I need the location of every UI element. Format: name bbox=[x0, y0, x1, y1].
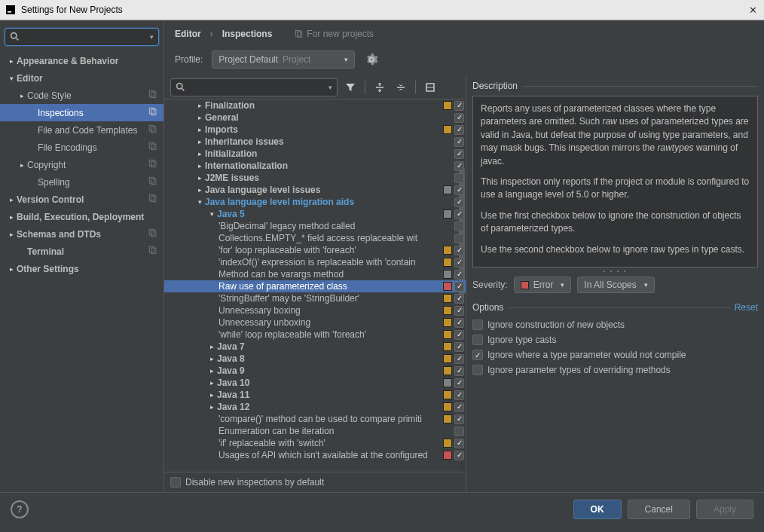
inspection-row[interactable]: Java 11✓ bbox=[164, 389, 466, 401]
sidebar-search-input[interactable]: ▾ bbox=[5, 28, 159, 46]
inspection-row[interactable]: General✓ bbox=[164, 112, 466, 124]
sidebar-item-code-style[interactable]: Code Style bbox=[0, 87, 163, 104]
disable-new-inspections-checkbox[interactable] bbox=[170, 477, 181, 488]
inspection-row[interactable]: 'for' loop replaceable with 'foreach'✓ bbox=[164, 244, 466, 256]
inspection-checkbox[interactable] bbox=[454, 173, 464, 183]
inspection-checkbox[interactable]: ✓ bbox=[454, 294, 464, 304]
inspection-checkbox[interactable]: ✓ bbox=[454, 125, 464, 135]
inspection-label: 'for' loop replaceable with 'foreach' bbox=[219, 245, 466, 255]
inspection-row[interactable]: Collections.EMPTY_* field access replace… bbox=[164, 232, 466, 244]
inspection-row[interactable]: Initialization✓ bbox=[164, 148, 466, 160]
inspection-checkbox[interactable]: ✓ bbox=[454, 354, 464, 364]
inspection-checkbox[interactable]: ✓ bbox=[454, 378, 464, 388]
inspection-row[interactable]: Java 7✓ bbox=[164, 341, 466, 353]
inspection-row[interactable]: Java 12✓ bbox=[164, 401, 466, 413]
inspection-row[interactable]: 'indexOf()' expression is replaceable wi… bbox=[164, 256, 466, 268]
inspection-checkbox[interactable] bbox=[454, 234, 464, 243]
inspection-checkbox[interactable]: ✓ bbox=[454, 113, 464, 123]
chevron-right-icon bbox=[206, 367, 217, 375]
inspection-row[interactable]: Java 9✓ bbox=[164, 365, 466, 377]
help-button[interactable]: ? bbox=[11, 500, 29, 518]
option-checkbox[interactable] bbox=[472, 335, 483, 345]
inspection-row[interactable]: Unnecessary unboxing✓ bbox=[164, 316, 466, 329]
scope-select[interactable]: In All Scopes ▾ bbox=[577, 277, 654, 293]
inspection-checkbox[interactable]: ✓ bbox=[454, 282, 464, 292]
inspection-checkbox[interactable]: ✓ bbox=[454, 402, 464, 412]
inspection-checkbox[interactable]: ✓ bbox=[454, 197, 464, 207]
inspection-checkbox[interactable]: ✓ bbox=[454, 185, 464, 195]
splitter-handle[interactable]: • • • • bbox=[472, 268, 758, 274]
inspection-row[interactable]: Imports✓ bbox=[164, 124, 466, 136]
option-checkbox[interactable] bbox=[472, 365, 483, 375]
inspection-search-input[interactable]: ▾ bbox=[170, 78, 338, 96]
reset-link[interactable]: Reset bbox=[735, 302, 758, 313]
ok-button[interactable]: OK bbox=[573, 500, 622, 519]
inspection-checkbox[interactable]: ✓ bbox=[454, 306, 464, 316]
inspection-checkbox[interactable]: ✓ bbox=[454, 318, 464, 328]
inspection-checkbox[interactable]: ✓ bbox=[454, 439, 464, 448]
inspection-checkbox[interactable]: ✓ bbox=[454, 366, 464, 376]
sidebar-item-inspections[interactable]: Inspections bbox=[0, 104, 163, 121]
inspection-row[interactable]: 'StringBuffer' may be 'StringBuilder'✓ bbox=[164, 292, 466, 304]
inspection-checkbox[interactable]: ✓ bbox=[454, 246, 464, 255]
inspection-row[interactable]: Inheritance issues✓ bbox=[164, 136, 466, 148]
sidebar-item-terminal[interactable]: Terminal bbox=[0, 243, 163, 260]
inspection-row[interactable]: Java 10✓ bbox=[164, 377, 466, 389]
inspection-checkbox[interactable]: ✓ bbox=[454, 342, 464, 352]
inspection-row[interactable]: Unnecessary boxing✓ bbox=[164, 304, 466, 316]
sidebar-item-file-and-code-templates[interactable]: File and Code Templates bbox=[0, 121, 163, 139]
sidebar-item-editor[interactable]: Editor bbox=[0, 69, 163, 87]
inspection-row[interactable]: 'while' loop replaceable with 'foreach'✓ bbox=[164, 329, 466, 341]
profile-select[interactable]: Project Default Project ▾ bbox=[212, 50, 355, 69]
inspection-row[interactable]: Usages of API which isn't available at t… bbox=[164, 449, 466, 461]
sidebar-item-other-settings[interactable]: Other Settings bbox=[0, 260, 163, 277]
inspection-checkbox[interactable]: ✓ bbox=[454, 330, 464, 340]
sidebar-item-copyright[interactable]: Copyright bbox=[0, 156, 163, 173]
inspection-row[interactable]: Raw use of parameterized class✓ bbox=[164, 280, 466, 292]
inspection-checkbox[interactable] bbox=[454, 427, 464, 436]
sidebar-item-file-encodings[interactable]: File Encodings bbox=[0, 139, 163, 156]
svg-line-3 bbox=[16, 38, 18, 40]
inspection-checkbox[interactable]: ✓ bbox=[454, 414, 464, 424]
expand-all-icon[interactable] bbox=[371, 79, 388, 96]
gear-icon[interactable] bbox=[364, 52, 379, 67]
inspection-row[interactable]: Java language level migration aids✓ bbox=[164, 196, 466, 208]
inspection-row[interactable]: Java language level issues✓ bbox=[164, 184, 466, 196]
inspection-checkbox[interactable]: ✓ bbox=[454, 161, 464, 171]
inspection-checkbox[interactable]: ✓ bbox=[454, 270, 464, 280]
inspection-checkbox[interactable]: ✓ bbox=[454, 390, 464, 400]
sidebar-item-version-control[interactable]: Version Control bbox=[0, 191, 163, 208]
inspection-row[interactable]: Internationalization✓ bbox=[164, 160, 466, 172]
inspection-row[interactable]: 'compare()' method can be used to compar… bbox=[164, 413, 466, 425]
option-checkbox[interactable] bbox=[472, 350, 483, 360]
sidebar-item-spelling[interactable]: Spelling bbox=[0, 173, 163, 191]
inspection-checkbox[interactable]: ✓ bbox=[454, 451, 464, 460]
severity-select[interactable]: Error ▾ bbox=[514, 277, 572, 293]
cancel-button[interactable]: Cancel bbox=[628, 500, 690, 519]
inspection-row[interactable]: J2ME issues bbox=[164, 172, 466, 184]
sidebar-item-build-execution-deployment[interactable]: Build, Execution, Deployment bbox=[0, 208, 163, 225]
inspection-checkbox[interactable]: ✓ bbox=[454, 149, 464, 159]
filter-icon[interactable] bbox=[342, 79, 359, 96]
inspection-row[interactable]: Finalization✓ bbox=[164, 99, 466, 112]
apply-button[interactable]: Apply bbox=[696, 500, 753, 519]
inspection-checkbox[interactable]: ✓ bbox=[454, 101, 464, 111]
inspection-row[interactable]: 'BigDecimal' legacy method called bbox=[164, 220, 466, 232]
inspection-checkbox[interactable] bbox=[454, 222, 464, 231]
close-icon[interactable]: ✕ bbox=[747, 4, 759, 17]
inspection-row[interactable]: Java 8✓ bbox=[164, 353, 466, 365]
option-checkbox[interactable] bbox=[472, 320, 483, 330]
collapse-all-icon[interactable] bbox=[393, 79, 409, 96]
sidebar-item-appearance-behavior[interactable]: Appearance & Behavior bbox=[0, 52, 163, 69]
inspection-label: Enumeration can be iteration bbox=[219, 426, 466, 436]
inspection-checkbox[interactable]: ✓ bbox=[454, 209, 464, 219]
inspection-row[interactable]: Enumeration can be iteration bbox=[164, 425, 466, 437]
chevron-right-icon bbox=[194, 138, 205, 145]
inspection-row[interactable]: Method can be varargs method✓ bbox=[164, 268, 466, 280]
inspection-checkbox[interactable]: ✓ bbox=[454, 137, 464, 147]
sidebar-item-schemas-and-dtds[interactable]: Schemas and DTDs bbox=[0, 225, 163, 243]
inspection-row[interactable]: 'if' replaceable with 'switch'✓ bbox=[164, 437, 466, 449]
reset-icon[interactable] bbox=[422, 79, 439, 96]
inspection-checkbox[interactable]: ✓ bbox=[454, 258, 464, 268]
inspection-row[interactable]: Java 5✓ bbox=[164, 208, 466, 220]
